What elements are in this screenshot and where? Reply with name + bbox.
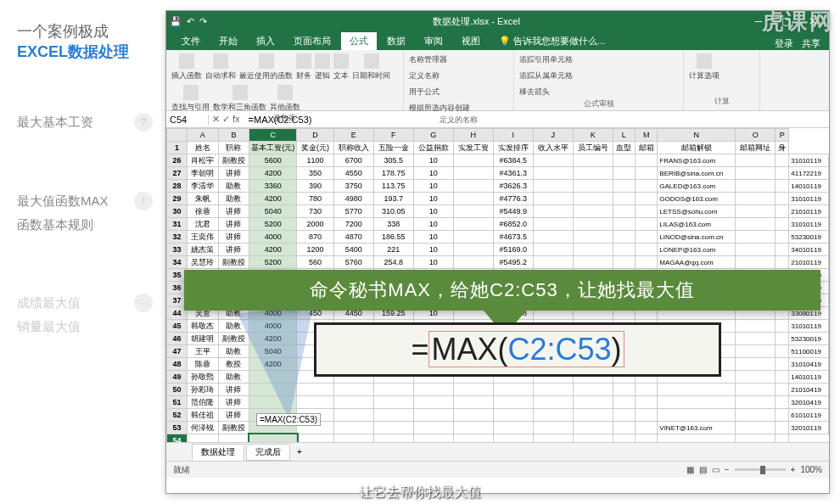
col-header-H[interactable]: H: [453, 129, 493, 142]
badge-question: ?: [134, 113, 153, 132]
col-header-P[interactable]: P: [776, 129, 789, 142]
col-header-J[interactable]: J: [533, 129, 573, 142]
col-header-L[interactable]: L: [613, 129, 635, 142]
remove-arrows-button[interactable]: 移去箭头: [519, 86, 550, 98]
instruction-callout: 命令秘书MAX，给她C2:C53，让她找最大值: [184, 270, 820, 311]
autosum-button[interactable]: 自动求和: [205, 53, 236, 81]
sidebar-item-4[interactable]: 销量最大值: [17, 319, 165, 335]
sheet-tab-other[interactable]: 完成后: [246, 444, 290, 461]
titlebar: 💾 ↶ ↷ 数据处理.xlsx - Excel ─ ▢ ✕: [166, 11, 829, 31]
create-selection-button[interactable]: 根据所选内容创建: [409, 102, 470, 115]
tab-insert[interactable]: 插入: [248, 32, 283, 50]
statusbar: 就绪 ▦ ▤ ▭ − + 100%: [166, 461, 829, 478]
formula-callout: =MAX(C2:C53): [314, 322, 721, 377]
login-link[interactable]: 登录: [775, 37, 793, 50]
ribbon-tabs: 文件 开始 插入 页面布局 公式 数据 审阅 视图 💡 告诉我您想要做什么...…: [166, 31, 829, 50]
tab-data[interactable]: 数据: [378, 32, 414, 50]
tab-formulas[interactable]: 公式: [341, 32, 377, 50]
col-header-I[interactable]: I: [493, 129, 533, 142]
col-header-G[interactable]: G: [413, 129, 453, 142]
use-formula-button[interactable]: 用于公式: [409, 86, 440, 98]
view-page-icon[interactable]: ▤: [699, 465, 707, 474]
ribbon: 插入函数 自动求和 最近使用的函数 财务 逻辑 文本 日期和时间 查找与引用 数…: [166, 50, 829, 111]
status-ready: 就绪: [173, 464, 190, 476]
share-button[interactable]: 共享: [802, 37, 820, 50]
more-button[interactable]: 其他函数: [270, 85, 300, 113]
name-box[interactable]: C54: [166, 115, 209, 125]
col-header-C[interactable]: C: [249, 129, 297, 142]
tab-file[interactable]: 文件: [173, 32, 209, 50]
enter-icon[interactable]: ✓: [222, 114, 230, 125]
sheet-tabs: 数据处理 完成后 +: [166, 442, 829, 461]
sheet-add-button[interactable]: +: [292, 445, 307, 458]
zoom-slider[interactable]: [735, 468, 786, 471]
lookup-button[interactable]: 查找与引用: [171, 85, 210, 113]
define-name-button[interactable]: 定义名称: [409, 70, 440, 82]
tab-home[interactable]: 开始: [210, 32, 246, 50]
trace-dependents-button[interactable]: 追踪从属单元格: [519, 70, 573, 82]
sidebar-item-1[interactable]: 最大值函数MAX !: [17, 192, 165, 210]
sidebar: 一个案例极成 EXCEL数据处理 最大基本工资 ? 最大值函数MAX ! 函数基…: [0, 0, 165, 504]
recent-button[interactable]: 最近使用的函数: [239, 53, 293, 81]
calc-options-button[interactable]: 计算选项: [689, 53, 720, 81]
logical-button[interactable]: 逻辑: [315, 53, 330, 81]
view-break-icon[interactable]: ▭: [712, 465, 720, 474]
col-header-O[interactable]: O: [736, 129, 776, 142]
datetime-button[interactable]: 日期和时间: [352, 53, 390, 81]
col-header-F[interactable]: F: [373, 129, 413, 142]
col-header-[interactable]: [167, 129, 188, 142]
badge-exclaim: !: [134, 192, 153, 210]
sidebar-title-1: 一个案例极成: [17, 21, 165, 42]
formula-bar[interactable]: =MAX(C2:C53): [244, 115, 829, 125]
view-normal-icon[interactable]: ▦: [686, 465, 694, 474]
formula-bar-row: C54 ✕ ✓ fx =MAX(C2:C53): [166, 111, 829, 128]
col-header-D[interactable]: D: [297, 129, 334, 142]
col-header-E[interactable]: E: [333, 129, 373, 142]
col-header-A[interactable]: A: [188, 129, 219, 142]
badge-dots: ···: [134, 294, 153, 312]
text-button[interactable]: 文本: [333, 53, 349, 81]
insert-function-button[interactable]: 插入函数: [171, 53, 202, 81]
save-icon[interactable]: 💾: [170, 16, 182, 27]
fx-icon[interactable]: fx: [232, 114, 240, 125]
window-title: 数据处理.xlsx - Excel: [433, 15, 520, 28]
tab-view[interactable]: 视图: [453, 32, 489, 50]
zoom-level[interactable]: 100%: [800, 465, 822, 474]
sidebar-item-3[interactable]: 成绩最大值 ···: [17, 294, 165, 312]
name-manager-button[interactable]: 名称管理器: [409, 53, 447, 66]
sidebar-item-0[interactable]: 最大基本工资 ?: [17, 113, 165, 132]
watermark: 虎课网: [762, 7, 833, 36]
col-header-N[interactable]: N: [658, 129, 736, 142]
cancel-icon[interactable]: ✕: [212, 114, 220, 125]
redo-icon[interactable]: ↷: [199, 16, 207, 27]
col-header-B[interactable]: B: [218, 129, 249, 142]
active-cell-formula[interactable]: =MAX(C2:C53): [256, 413, 321, 426]
math-button[interactable]: 数学和三角函数: [213, 85, 266, 113]
col-header-M[interactable]: M: [635, 129, 657, 142]
undo-icon[interactable]: ↶: [187, 16, 194, 27]
sheet-tab-active[interactable]: 数据处理: [192, 444, 244, 461]
sidebar-title-2: EXCEL数据处理: [17, 42, 165, 62]
tell-me[interactable]: 💡 告诉我您想要做什么...: [490, 32, 613, 50]
zoom-out-button[interactable]: −: [725, 465, 730, 474]
zoom-in-button[interactable]: +: [791, 465, 796, 474]
col-header-K[interactable]: K: [573, 129, 613, 142]
tab-review[interactable]: 审阅: [416, 32, 451, 50]
tab-layout[interactable]: 页面布局: [285, 32, 339, 50]
video-subtitle: 让它去帮你找最大值: [0, 480, 840, 504]
highlight-triangle: [238, 306, 323, 423]
sidebar-item-2[interactable]: 函数基本规则: [17, 217, 165, 233]
financial-button[interactable]: 财务: [296, 53, 311, 81]
trace-precedents-button[interactable]: 追踪引用单元格: [519, 53, 573, 66]
